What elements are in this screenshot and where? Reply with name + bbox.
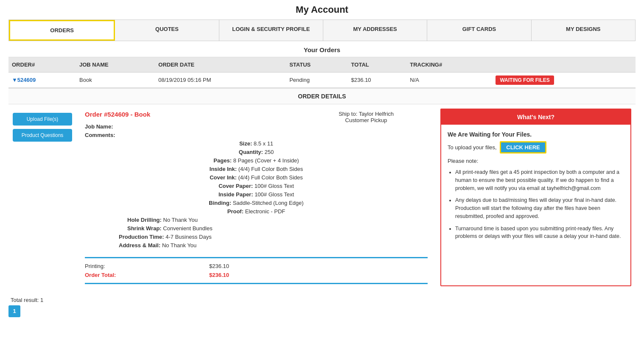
size-value: 8.5 x 11 (254, 140, 273, 147)
whats-next-panel: What's Next? We Are Waiting for Your Fil… (440, 109, 631, 286)
bullet-1: All print-ready files get a 45 point ins… (455, 168, 624, 192)
col-order-number: ORDER# (8, 57, 76, 73)
quantity-line: Quantity: 250 (85, 149, 428, 155)
order-date: 08/19/2019 05:16 PM (155, 73, 286, 88)
upload-prompt-line: To upload your files, CLICK HERE (448, 141, 624, 154)
printing-label: Printing: (85, 263, 105, 269)
hole-drilling-value: No Thank You (163, 217, 198, 223)
click-here-button[interactable]: CLICK HERE (500, 141, 546, 154)
please-note: Please note: (448, 158, 624, 164)
total-result: Total result: 1 (8, 290, 636, 305)
ship-to-label: Ship to: (339, 111, 357, 117)
order-details-body: Upload File(s) Product Questions Order #… (8, 104, 636, 290)
tab-my-addresses[interactable]: MY ADDRESSES (323, 20, 427, 41)
quantity-value: 250 (264, 149, 274, 155)
tab-orders[interactable]: ORDERS (9, 20, 115, 41)
inside-paper-line: Inside Paper: 100# Gloss Text (85, 191, 428, 198)
order-details-header: ORDER DETAILS (8, 89, 636, 104)
hole-drilling-line: Hole Drilling: No Thank You (85, 217, 428, 223)
order-total-value: $236.10 (209, 272, 229, 278)
inside-ink-label: Inside Ink: (210, 166, 237, 172)
address-mail-line: Address & Mail: No Thank You (85, 242, 428, 249)
pages-label: Pages: (213, 157, 232, 164)
whats-next-bullets: All print-ready files get a 45 point ins… (448, 168, 624, 240)
inside-paper-value: 100# Gloss Text (255, 191, 294, 198)
col-tracking: TRACKING# (406, 57, 492, 73)
production-time-line: Production Time: 4-7 Business Days (85, 234, 428, 240)
price-section: Printing: $236.10 Order Total: $236.10 (85, 257, 428, 284)
order-status: Pending (286, 73, 347, 88)
proof-line: Proof: Electronic - PDF (85, 208, 428, 215)
shrink-wrap-line: Shrink Wrap: Convenient Bundles (85, 225, 428, 232)
pages-value: 8 Pages (Cover + 4 Inside) (233, 157, 299, 164)
order-tracking: N/A (406, 73, 492, 88)
ship-to-method: Customer Pickup (339, 117, 394, 123)
order-total-row: Order Total: $236.10 (85, 271, 229, 279)
binding-value: Saddle-Stitched (Long Edge) (233, 200, 304, 206)
whats-next-header: What's Next? (441, 109, 630, 125)
order-details-section: ORDER DETAILS Upload File(s) Product Que… (8, 88, 636, 290)
cover-ink-line: Cover Ink: (4/4) Full Color Both Sides (85, 174, 428, 181)
quantity-label: Quantity: (239, 149, 263, 155)
production-time-label: Production Time: (119, 234, 164, 240)
proof-label: Proof: (227, 208, 244, 215)
inside-ink-value: (4/4) Full Color Both Sides (238, 166, 303, 172)
order-job-name: Book (76, 73, 155, 88)
order-middle: Order #524609 - Book Ship to: Taylor Hel… (76, 104, 436, 290)
shrink-wrap-value: Convenient Bundles (163, 225, 212, 232)
tab-gift-cards[interactable]: GIFT CARDS (427, 20, 531, 41)
whats-next-body: We Are Waiting for Your Files. To upload… (441, 125, 630, 251)
hole-drilling-label: Hole Drilling: (127, 217, 162, 223)
col-action (492, 57, 636, 73)
tab-login-security[interactable]: LOGIN & SECURITY PROFILE (219, 20, 323, 41)
job-name-line: Job Name: (85, 123, 428, 130)
comments-label: Comments: (85, 132, 115, 138)
cover-paper-line: Cover Paper: 100# Gloss Text (85, 183, 428, 189)
cover-paper-value: 100# Gloss Text (255, 183, 294, 189)
inside-ink-line: Inside Ink: (4/4) Full Color Both Sides (85, 166, 428, 172)
cover-ink-label: Cover Ink: (210, 174, 237, 181)
cover-ink-value: (4/4) Full Color Both Sides (238, 174, 302, 181)
order-number-link[interactable]: ▼524609 (12, 77, 36, 83)
tabs-nav: ORDERS QUOTES LOGIN & SECURITY PROFILE M… (8, 20, 636, 41)
bullet-3: Turnaround time is based upon you submit… (455, 225, 624, 241)
tab-quotes[interactable]: QUOTES (115, 20, 219, 41)
order-total-label: Order Total: (85, 272, 116, 278)
order-status-badge: WAITING FOR FILES (496, 75, 554, 85)
page-number[interactable]: 1 (8, 305, 20, 317)
bullet-2: Any delays due to bad/missing files will… (455, 196, 624, 220)
table-row: ▼524609 Book 08/19/2019 05:16 PM Pending… (8, 73, 636, 88)
orders-table: ORDER# JOB NAME ORDER DATE STATUS TOTAL … (8, 57, 636, 88)
col-order-date: ORDER DATE (155, 57, 286, 73)
shrink-wrap-label: Shrink Wrap: (127, 225, 162, 232)
col-status: STATUS (286, 57, 347, 73)
comments-line: Comments: (85, 132, 428, 138)
printing-value: $236.10 (209, 263, 229, 269)
waiting-title: We Are Waiting for Your Files. (448, 131, 624, 138)
size-label: Size: (239, 140, 252, 147)
address-mail-value: No Thank You (162, 242, 196, 249)
binding-line: Binding: Saddle-Stitched (Long Edge) (85, 200, 428, 206)
upload-files-button[interactable]: Upload File(s) (13, 113, 72, 126)
tab-my-designs[interactable]: MY DESIGNS (532, 20, 635, 41)
binding-label: Binding: (209, 200, 231, 206)
order-sidebar: Upload File(s) Product Questions (8, 104, 76, 290)
production-time-value: 4-7 Business Days (165, 234, 211, 240)
col-job-name: JOB NAME (76, 57, 155, 73)
printing-row: Printing: $236.10 (85, 262, 229, 271)
job-name-label: Job Name: (85, 123, 113, 130)
page-title: My Account (8, 4, 636, 15)
ship-to: Ship to: Taylor Helfrich (339, 111, 394, 117)
col-total: TOTAL (348, 57, 407, 73)
your-orders-heading: Your Orders (8, 41, 636, 57)
pagination: 1 (8, 305, 636, 317)
size-line: Size: 8.5 x 11 (85, 140, 428, 147)
order-total: $236.10 (348, 73, 407, 88)
pages-line: Pages: 8 Pages (Cover + 4 Inside) (85, 157, 428, 164)
order-title: Order #524609 - Book (85, 111, 150, 118)
proof-value: Electronic - PDF (245, 208, 286, 215)
product-questions-button[interactable]: Product Questions (13, 129, 72, 142)
ship-to-name: Taylor Helfrich (359, 111, 394, 117)
inside-paper-label: Inside Paper: (218, 191, 253, 198)
cover-paper-label: Cover Paper: (218, 183, 253, 189)
